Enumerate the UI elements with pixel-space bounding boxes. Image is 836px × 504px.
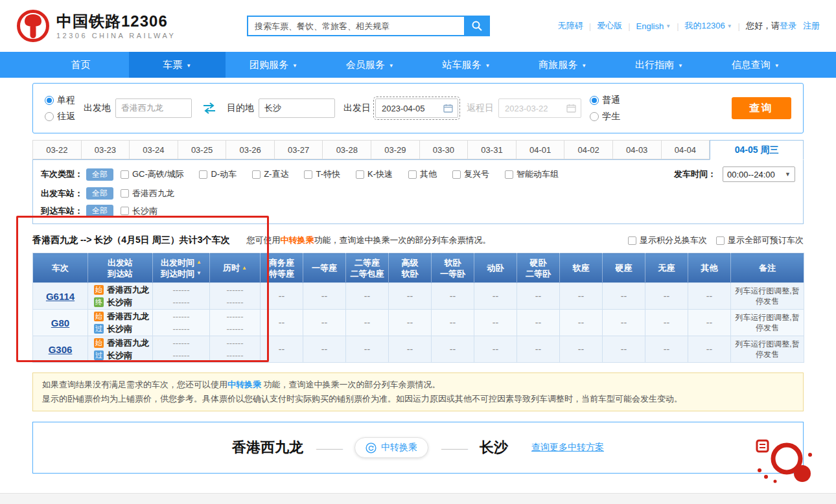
- filter-checkbox[interactable]: 其他: [408, 168, 437, 180]
- to-station-all-badge[interactable]: 全部: [86, 205, 113, 217]
- transfer-search-button[interactable]: 中转换乘: [354, 437, 428, 458]
- train-number-link[interactable]: G80: [51, 317, 69, 328]
- radio-checked-icon[interactable]: [45, 96, 54, 105]
- depart-time-select[interactable]: 00:00--24:00 ▼: [723, 166, 795, 182]
- date-tab[interactable]: 03-29: [371, 140, 420, 159]
- from-station-all-badge[interactable]: 全部: [86, 187, 113, 200]
- filter-checkbox[interactable]: 香港西九龙: [121, 188, 174, 200]
- site-search-input[interactable]: [247, 16, 464, 36]
- trip-type-oneway[interactable]: 单程: [45, 95, 75, 106]
- filter-checkbox[interactable]: 智能动车组: [505, 168, 559, 180]
- nav-item[interactable]: 首页: [32, 52, 129, 78]
- site-search-button[interactable]: [464, 16, 490, 36]
- column-header-soft-sleeper[interactable]: 软卧一等卧: [432, 253, 474, 283]
- filter-checkbox[interactable]: T-特快: [304, 168, 340, 180]
- accessibility-link[interactable]: 无障碍: [558, 20, 583, 32]
- nav-item[interactable]: 会员服务▼: [321, 52, 418, 78]
- from-station-input[interactable]: [115, 98, 192, 118]
- depart-date-input[interactable]: 2023-04-05: [375, 98, 458, 118]
- checkbox-icon[interactable]: [304, 170, 312, 179]
- column-header-duration[interactable]: 历时▲: [210, 253, 261, 283]
- query-button[interactable]: 查询: [732, 97, 791, 119]
- to-station-input[interactable]: [259, 98, 335, 118]
- more-transfer-plans-link[interactable]: 查询更多中转方案: [531, 442, 604, 453]
- column-header-ev-sleeper[interactable]: 动卧: [474, 253, 517, 283]
- column-header-business-premier[interactable]: 商务座特等座: [261, 253, 303, 283]
- date-tab[interactable]: 04-01: [517, 140, 565, 159]
- train-number-link[interactable]: G6114: [46, 291, 75, 302]
- nav-item[interactable]: 团购服务▼: [226, 52, 322, 78]
- date-tab[interactable]: 03-26: [226, 140, 275, 159]
- checkbox-icon[interactable]: [199, 170, 207, 179]
- passenger-type-normal[interactable]: 普通: [590, 95, 620, 106]
- english-link[interactable]: English: [636, 21, 664, 31]
- toggle-bookable-trains[interactable]: 显示全部可预订车次: [716, 235, 804, 246]
- column-header-remarks[interactable]: 备注: [731, 253, 804, 283]
- checkbox-icon[interactable]: [356, 170, 364, 179]
- nav-item[interactable]: 信息查询▼: [707, 52, 804, 78]
- toggle-points-trains[interactable]: 显示积分兑换车次: [628, 235, 707, 246]
- column-header-first-class[interactable]: 一等座: [303, 253, 346, 283]
- brand[interactable]: 中国铁路12306 12306 CHINA RAILWAY: [16, 9, 237, 43]
- date-tab[interactable]: 03-23: [82, 140, 130, 159]
- sort-down-icon[interactable]: ▼: [196, 270, 202, 277]
- column-header-train-no[interactable]: 车次: [33, 253, 88, 283]
- column-header-premium-soft-sleeper[interactable]: 高级软卧: [389, 253, 432, 283]
- radio-unchecked-icon[interactable]: [45, 112, 54, 121]
- checkbox-icon[interactable]: [252, 170, 261, 179]
- date-tab[interactable]: 04-03: [613, 140, 662, 159]
- column-header-times[interactable]: 出发时间▲到达时间▼: [153, 253, 210, 283]
- column-header-other[interactable]: 其他: [688, 253, 731, 283]
- column-header-no-seat[interactable]: 无座: [645, 253, 688, 283]
- column-header-hard-sleeper[interactable]: 硬卧二等卧: [517, 253, 560, 283]
- checkbox-icon[interactable]: [628, 236, 636, 245]
- date-tab[interactable]: 03-22: [32, 140, 82, 159]
- filter-checkbox[interactable]: 复兴号: [452, 168, 489, 180]
- date-tab[interactable]: 04-04: [662, 140, 710, 159]
- notice-transfer-link[interactable]: 中转换乘: [227, 380, 261, 389]
- checkbox-icon[interactable]: [716, 236, 725, 245]
- nav-item[interactable]: 出行指南▼: [611, 52, 708, 78]
- passenger-type-student[interactable]: 学生: [590, 111, 620, 122]
- train-number-link[interactable]: G306: [49, 344, 73, 355]
- filter-checkbox[interactable]: K-快速: [356, 168, 393, 180]
- swap-stations-icon[interactable]: [202, 102, 217, 115]
- nav-item[interactable]: 车票▼: [129, 52, 226, 78]
- checkbox-icon[interactable]: [505, 170, 513, 179]
- date-tab[interactable]: 04-05 周三: [710, 140, 804, 160]
- date-tab[interactable]: 03-25: [178, 140, 227, 159]
- radio-checked-icon[interactable]: [590, 96, 599, 105]
- filter-checkbox[interactable]: GC-高铁/城际: [121, 168, 183, 180]
- trip-type-roundtrip[interactable]: 往返: [45, 111, 75, 122]
- column-header-soft-seat[interactable]: 软座: [560, 253, 603, 283]
- filter-checkbox[interactable]: Z-直达: [252, 168, 288, 180]
- date-tab[interactable]: 03-28: [323, 140, 371, 159]
- checkbox-icon[interactable]: [452, 170, 461, 179]
- date-tab[interactable]: 03-30: [420, 140, 469, 159]
- checkbox-icon[interactable]: [121, 170, 129, 179]
- column-header-stations[interactable]: 出发站到达站: [88, 253, 153, 283]
- my12306-link[interactable]: 我的12306: [685, 20, 725, 32]
- filter-checkbox[interactable]: 长沙南: [121, 205, 157, 217]
- date-tab[interactable]: 03-27: [275, 140, 323, 159]
- nav-item[interactable]: 商旅服务▼: [515, 52, 611, 78]
- column-header-hard-seat[interactable]: 硬座: [603, 253, 645, 283]
- sort-up-icon[interactable]: ▲: [242, 265, 247, 271]
- checkbox-icon[interactable]: [408, 170, 417, 179]
- login-link[interactable]: 登录: [780, 20, 796, 32]
- filter-checkbox[interactable]: D-动车: [199, 168, 237, 180]
- transfer-hint-link[interactable]: 中转换乘: [281, 235, 314, 245]
- column-header-second-class[interactable]: 二等座二等包座: [346, 253, 389, 283]
- date-tab[interactable]: 04-02: [564, 140, 613, 159]
- care-version-link[interactable]: 爱心版: [597, 20, 622, 32]
- train-type-all-badge[interactable]: 全部: [86, 168, 113, 181]
- sort-up-icon[interactable]: ▲: [196, 259, 202, 266]
- nav-item[interactable]: 站车服务▼: [418, 52, 515, 78]
- checkbox-icon[interactable]: [121, 189, 129, 198]
- radio-unchecked-icon[interactable]: [590, 112, 599, 121]
- register-link[interactable]: 注册: [803, 20, 820, 32]
- checkbox-icon[interactable]: [121, 207, 129, 215]
- date-tab[interactable]: 03-24: [130, 140, 178, 159]
- date-tab[interactable]: 03-31: [468, 140, 517, 159]
- calendar-icon[interactable]: [443, 104, 453, 113]
